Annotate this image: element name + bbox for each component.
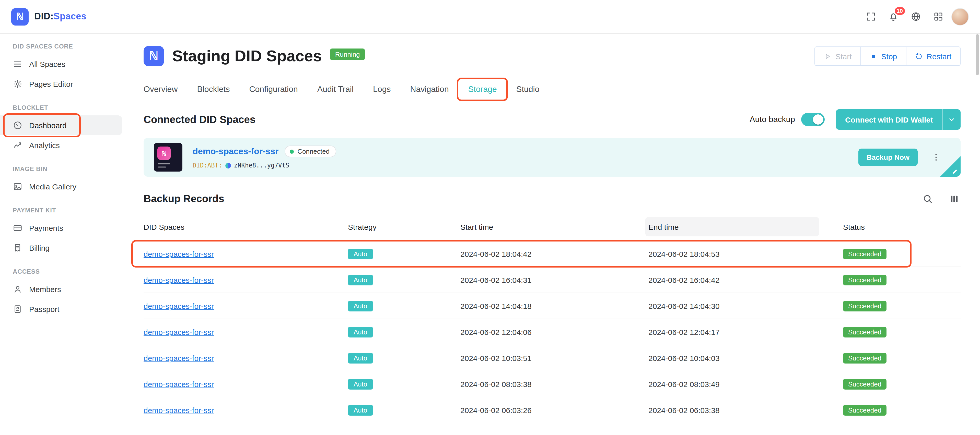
sidebar-item-payments[interactable]: Payments <box>0 218 122 238</box>
auto-backup-toggle[interactable] <box>801 113 825 126</box>
sidebar-item-label: Billing <box>29 243 49 252</box>
record-space-link[interactable]: demo-spaces-for-ssr <box>143 249 214 258</box>
tab-audit-trail[interactable]: Audit Trail <box>317 85 353 94</box>
user-avatar[interactable] <box>951 8 969 25</box>
connect-wallet-dropdown[interactable] <box>942 109 961 130</box>
record-start-time: 2024-06-02 16:04:31 <box>460 275 648 284</box>
chevron-down-icon <box>948 116 956 123</box>
fullscreen-button[interactable] <box>861 7 880 26</box>
strategy-badge: Auto <box>348 379 373 389</box>
scrollbar-thumb[interactable] <box>976 34 979 75</box>
brand-name-accent: Spaces <box>54 11 87 21</box>
tab-storage-label: Storage <box>468 85 497 94</box>
status-badge: Succeeded <box>843 352 886 363</box>
sidebar-item-dashboard[interactable]: Dashboard <box>0 115 122 135</box>
record-space-link[interactable]: demo-spaces-for-ssr <box>143 406 214 414</box>
record-space-link[interactable]: demo-spaces-for-ssr <box>143 302 214 310</box>
tab-studio[interactable]: Studio <box>516 85 539 94</box>
globe-icon <box>910 11 921 22</box>
apps-grid-icon <box>933 11 943 22</box>
dashboard-icon <box>13 121 22 130</box>
backup-now-button[interactable]: Backup Now <box>858 149 918 166</box>
record-space-link[interactable]: demo-spaces-for-ssr <box>143 379 214 388</box>
billing-icon <box>13 243 22 253</box>
backup-records-header: Backup Records <box>143 192 961 205</box>
record-space-link[interactable]: demo-spaces-for-ssr <box>143 327 214 336</box>
notification-count-badge: 10 <box>894 6 906 16</box>
sidebar-item-members[interactable]: Members <box>0 279 122 299</box>
notifications-button[interactable]: 10 <box>884 7 902 26</box>
search-button[interactable] <box>921 192 934 205</box>
space-logo-icon: ℕ <box>143 46 164 67</box>
tab-configuration[interactable]: Configuration <box>249 85 298 94</box>
sidebar-item-analytics[interactable]: Analytics <box>0 135 122 155</box>
record-space-link[interactable]: demo-spaces-for-ssr <box>143 354 214 362</box>
connected-heading: Connected DID Spaces <box>143 114 256 125</box>
tab-storage[interactable]: Storage <box>468 85 497 94</box>
record-end-time: 2024-06-02 12:04:17 <box>648 327 843 336</box>
column-header-start-time[interactable]: Start time <box>460 222 648 231</box>
language-button[interactable] <box>907 7 925 26</box>
record-start-time: 2024-06-02 14:04:18 <box>460 302 648 310</box>
tab-navigation[interactable]: Navigation <box>410 85 449 94</box>
strategy-badge: Auto <box>348 327 373 337</box>
record-start-time: 2024-06-02 18:04:42 <box>460 249 648 258</box>
column-header-status[interactable]: Status <box>843 222 961 231</box>
sidebar-item-pages-editor[interactable]: Pages Editor <box>0 74 122 94</box>
sidebar-item-media-gallery[interactable]: Media Gallery <box>0 177 122 197</box>
page-header: ℕ Staging DID Spaces Running Start Stop … <box>143 46 961 67</box>
backup-records-table: DID Spaces Strategy Start time End time … <box>143 213 961 423</box>
restart-button[interactable]: Restart <box>906 46 961 66</box>
stop-button[interactable]: Stop <box>861 46 907 66</box>
space-card-text: demo-spaces-for-ssr Connected DID:ABT: z… <box>192 146 336 169</box>
toggle-knob <box>813 114 823 125</box>
tab-overview[interactable]: Overview <box>143 85 178 94</box>
record-end-time: 2024-06-02 10:04:03 <box>648 354 843 362</box>
column-header-did-spaces[interactable]: DID Spaces <box>143 222 348 231</box>
record-space-link[interactable]: demo-spaces-for-ssr <box>143 275 214 284</box>
column-header-strategy[interactable]: Strategy <box>348 222 460 231</box>
restart-icon <box>915 52 923 60</box>
table-row: demo-spaces-for-ssr Auto 2024-06-02 06:0… <box>143 397 961 423</box>
brand[interactable]: ℕ DID:Spaces <box>11 8 86 25</box>
stop-button-label: Stop <box>881 52 897 60</box>
record-end-time: 2024-06-02 08:03:49 <box>648 379 843 388</box>
sidebar-item-label: Pages Editor <box>29 79 73 88</box>
start-button[interactable]: Start <box>815 46 861 66</box>
record-start-time: 2024-06-02 12:04:06 <box>460 327 648 336</box>
connected-dot-icon <box>290 149 294 153</box>
sidebar-item-label: Payments <box>29 224 63 232</box>
table-row: demo-spaces-for-ssr Auto 2024-06-02 14:0… <box>143 293 961 319</box>
restart-button-label: Restart <box>927 52 951 60</box>
strategy-badge: Auto <box>348 405 373 415</box>
stop-icon <box>870 52 877 60</box>
record-end-time: 2024-06-02 16:04:42 <box>648 275 843 284</box>
tab-logs[interactable]: Logs <box>373 85 391 94</box>
column-header-end-time[interactable]: End time <box>648 217 843 237</box>
sidebar-item-billing[interactable]: Billing <box>0 238 122 258</box>
apps-button[interactable] <box>929 7 947 26</box>
record-end-time: 2024-06-02 18:04:53 <box>648 249 843 258</box>
tab-blocklets[interactable]: Blocklets <box>197 85 230 94</box>
sidebar-item-label: Analytics <box>29 141 60 149</box>
connected-controls: Auto backup Connect with DID Wallet <box>749 109 961 130</box>
columns-button[interactable] <box>947 192 961 205</box>
table-row: demo-spaces-for-ssr Auto 2024-06-02 10:0… <box>143 345 961 371</box>
page-title: Staging DID Spaces <box>172 47 322 65</box>
connect-wallet-button[interactable]: Connect with DID Wallet <box>836 109 961 130</box>
table-row: demo-spaces-for-ssr Auto 2024-06-02 18:0… <box>143 241 961 267</box>
backup-records-heading: Backup Records <box>143 193 224 205</box>
dots-vertical-icon <box>931 152 941 162</box>
status-badge: Succeeded <box>843 327 886 337</box>
search-icon <box>922 193 933 204</box>
brand-name-dark: DID: <box>34 11 54 21</box>
status-badge: Succeeded <box>843 405 886 415</box>
brand-logo-icon: ℕ <box>11 8 29 25</box>
strategy-badge: Auto <box>348 248 373 259</box>
sidebar-section-core: DID SPACES CORE <box>13 43 129 50</box>
columns-icon <box>948 193 959 204</box>
sidebar-item-all-spaces[interactable]: All Spaces <box>0 54 122 74</box>
sidebar-item-passport[interactable]: Passport <box>0 299 122 319</box>
status-badge: Succeeded <box>843 275 886 285</box>
space-name-link[interactable]: demo-spaces-for-ssr <box>192 146 278 157</box>
